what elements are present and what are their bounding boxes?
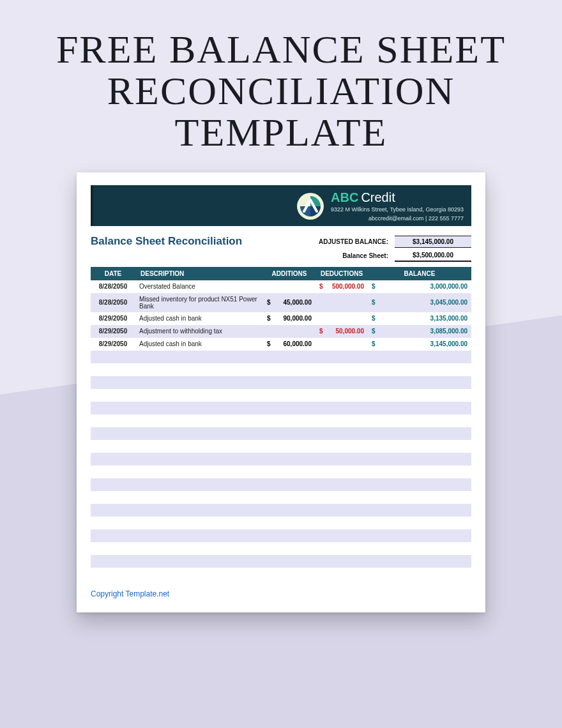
cell-description: Adjusted cash in bank xyxy=(135,312,263,325)
section-title: Balance Sheet Reconciliation xyxy=(91,235,242,248)
cell-balance: $3,000,000.00 xyxy=(368,280,471,293)
page-stage: FREE BALANCE SHEET RECONCILIATION TEMPLA… xyxy=(0,0,562,728)
table-row: 8/29/2050Adjustment to withholding tax$5… xyxy=(91,325,471,338)
col-additions: ADDITIONS xyxy=(263,267,315,280)
cell-additions xyxy=(263,280,315,293)
table-row-empty xyxy=(91,427,471,440)
cell-deductions xyxy=(315,338,368,351)
subheader: Balance Sheet Reconciliation ADJUSTED BA… xyxy=(91,235,471,263)
table-row-empty xyxy=(91,517,471,529)
headline-line-1: FREE BALANCE SHEET xyxy=(19,29,543,70)
adjusted-balance-value: $3,145,000.00 xyxy=(395,236,471,248)
cell-description: Missed inventory for product NX51 Power … xyxy=(135,293,263,312)
cell-deductions xyxy=(315,293,368,312)
table-row: 8/28/2050Overstated Balance$500,000.00$3… xyxy=(91,280,471,293)
table-row-empty xyxy=(91,402,471,414)
cell-date: 8/28/2050 xyxy=(91,293,135,312)
adjusted-balance-label: ADJUSTED BALANCE: xyxy=(319,238,388,245)
table-row-empty xyxy=(91,389,471,402)
table-row-empty xyxy=(91,440,471,453)
brand-accent: ABC xyxy=(331,190,358,204)
cell-description: Adjustment to withholding tax xyxy=(135,325,263,338)
balance-sheet-value: $3,500,000.00 xyxy=(395,250,471,262)
company-logo-icon xyxy=(296,192,324,220)
table-row-empty xyxy=(91,555,471,568)
cell-deductions: $500,000.00 xyxy=(315,280,368,293)
cell-balance: $3,145,000.00 xyxy=(368,338,471,351)
table-row-empty xyxy=(91,542,471,555)
cell-balance: $3,085,000.00 xyxy=(368,325,471,338)
table-row: 8/29/2050Adjusted cash in bank$90,000.00… xyxy=(91,312,471,325)
headline-line-2: RECONCILIATION TEMPLATE xyxy=(19,70,543,153)
col-deductions: DEDUCTIONS xyxy=(315,267,368,280)
table-row-empty xyxy=(91,529,471,542)
cell-additions: $90,000.00 xyxy=(263,312,315,325)
table-row-empty xyxy=(91,466,471,478)
cell-date: 8/28/2050 xyxy=(91,280,135,293)
page-headline: FREE BALANCE SHEET RECONCILIATION TEMPLA… xyxy=(0,0,562,172)
table-row-empty xyxy=(91,568,471,580)
table-row-empty xyxy=(91,453,471,466)
cell-date: 8/29/2050 xyxy=(91,338,135,351)
company-name: ABCCredit xyxy=(331,190,464,205)
cell-description: Adjusted cash in bank xyxy=(135,338,263,351)
reconciliation-table: DATE DESCRIPTION ADDITIONS DEDUCTIONS BA… xyxy=(91,267,471,580)
cell-date: 8/29/2050 xyxy=(91,325,135,338)
cell-additions: $45,000.00 xyxy=(263,293,315,312)
table-header-row: DATE DESCRIPTION ADDITIONS DEDUCTIONS BA… xyxy=(91,267,471,280)
cell-balance: $3,045,000.00 xyxy=(368,293,471,312)
table-row-empty xyxy=(91,504,471,517)
table-row-empty xyxy=(91,363,471,376)
company-address: 9322 M Wilkins Street, Tybee Island, Geo… xyxy=(331,206,464,213)
copyright-text: Copyright Template.net xyxy=(91,589,471,598)
balance-sheet-label: Balance Sheet: xyxy=(342,252,388,259)
col-description: DESCRIPTION xyxy=(135,267,263,280)
cell-date: 8/29/2050 xyxy=(91,312,135,325)
worksheet: ABCCredit 9322 M Wilkins Street, Tybee I… xyxy=(77,172,485,612)
col-balance: BALANCE xyxy=(368,267,471,280)
cell-description: Overstated Balance xyxy=(135,280,263,293)
company-banner: ABCCredit 9322 M Wilkins Street, Tybee I… xyxy=(91,185,471,226)
cell-additions xyxy=(263,325,315,338)
summary-block: ADJUSTED BALANCE: $3,145,000.00 Balance … xyxy=(319,235,471,263)
table-row-empty xyxy=(91,351,471,363)
cell-deductions xyxy=(315,312,368,325)
company-text: ABCCredit 9322 M Wilkins Street, Tybee I… xyxy=(331,190,464,222)
cell-balance: $3,135,000.00 xyxy=(368,312,471,325)
table-row: 8/28/2050Missed inventory for product NX… xyxy=(91,293,471,312)
cell-deductions: $50,000.00 xyxy=(315,325,368,338)
table-row-empty xyxy=(91,376,471,389)
company-contact: abccredit@email.com | 222 555 7777 xyxy=(331,215,464,222)
col-date: DATE xyxy=(91,267,135,280)
table-row-empty xyxy=(91,478,471,491)
brand-rest: Credit xyxy=(361,190,395,204)
table-row-empty xyxy=(91,491,471,504)
table-row-empty xyxy=(91,414,471,427)
table-row: 8/29/2050Adjusted cash in bank$60,000.00… xyxy=(91,338,471,351)
cell-additions: $60,000.00 xyxy=(263,338,315,351)
